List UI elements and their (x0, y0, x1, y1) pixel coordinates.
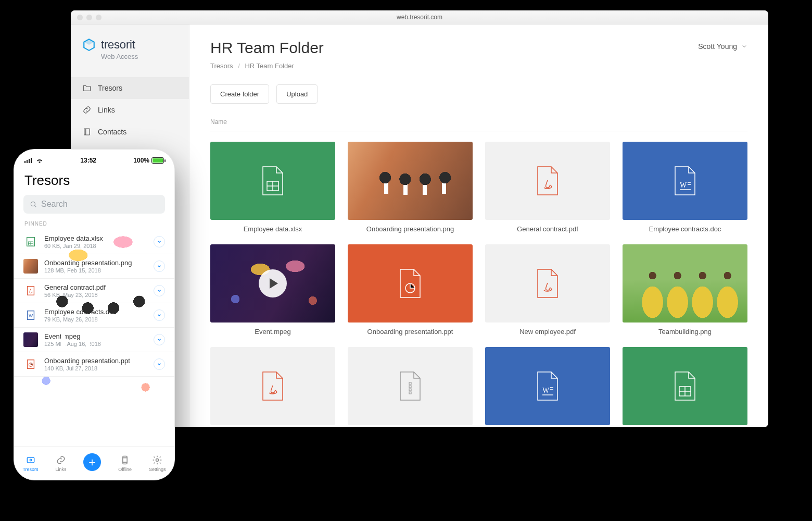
list-item[interactable]: Event.mpeg 125 MB, Aug 16, 2018 (14, 328, 174, 352)
file-tile[interactable]: General contract.pdf (485, 142, 610, 233)
file-thumbnail (210, 142, 335, 220)
file-grid: Employee data.xlsx Onboarding presentati… (210, 142, 747, 427)
file-icon (23, 332, 38, 347)
file-thumbnail (348, 347, 473, 425)
doc-file-icon: W (536, 371, 560, 401)
file-thumbnail (348, 244, 473, 322)
minimize-icon[interactable] (86, 15, 92, 20)
file-tile[interactable]: Onboarding presentation.png (348, 142, 473, 233)
file-thumbnail (623, 244, 747, 322)
brand: tresorit Web Access (71, 24, 189, 77)
zoom-icon[interactable] (96, 15, 102, 20)
upload-button[interactable]: Upload (276, 84, 318, 104)
close-icon[interactable] (77, 15, 83, 20)
doc-file-icon: W (673, 166, 697, 196)
breadcrumb-separator: / (238, 62, 240, 70)
browser-title-bar: web.tresorit.com (71, 10, 768, 24)
sidebar-item-label: Links (98, 106, 115, 114)
chevron-down-icon (741, 43, 747, 49)
svg-rect-0 (84, 129, 90, 135)
phone-mockup: 13:52 100% Tresors Search PINNED Employe… (14, 149, 175, 480)
file-tile[interactable]: W (485, 347, 610, 425)
file-tile[interactable]: Employee data.xlsx (210, 142, 335, 233)
svg-text:W: W (680, 181, 687, 189)
browser-window: web.tresorit.com tresorit Web Access Tre… (71, 10, 768, 427)
file-tile[interactable] (348, 347, 473, 425)
page-title: HR Team Folder (210, 39, 324, 57)
breadcrumb-item[interactable]: Tresors (210, 62, 233, 70)
file-name: Event.mpeg (210, 328, 335, 336)
file-tile[interactable]: W Employee contracts.doc (623, 142, 747, 233)
xlsx-file-icon (261, 166, 285, 196)
xlsx-file-icon (673, 371, 697, 401)
file-name: Teambuilding.png (623, 328, 747, 336)
file-thumbnail (348, 142, 473, 220)
user-name: Scott Young (698, 42, 737, 51)
ppt-file-icon (398, 268, 422, 299)
window-controls[interactable] (77, 15, 102, 20)
sidebar-item-label: Tresors (98, 84, 122, 92)
breadcrumb-item[interactable]: HR Team Folder (245, 62, 294, 70)
file-name: General contract.pdf (485, 225, 610, 233)
file-tile[interactable] (210, 347, 335, 425)
main-content: HR Team Folder Tresors / HR Team Folder … (189, 24, 768, 427)
image-thumbnail-icon (23, 332, 38, 347)
toolbar: Create folder Upload (210, 84, 747, 104)
tresorit-logo-icon (82, 38, 96, 52)
breadcrumb: Tresors / HR Team Folder (210, 62, 324, 70)
create-folder-button[interactable]: Create folder (210, 84, 269, 104)
zip-file-icon (398, 371, 422, 401)
file-thumbnail (210, 244, 335, 322)
sidebar-item-contacts[interactable]: Contacts (71, 121, 189, 143)
file-tile[interactable]: New employee.pdf (485, 244, 610, 336)
file-tile[interactable] (623, 347, 747, 425)
file-name: New employee.pdf (485, 328, 610, 336)
file-thumbnail: W (485, 347, 610, 425)
file-name: Onboarding presentation.ppt (348, 328, 473, 336)
contact-icon (82, 127, 92, 137)
column-header-name: Name (210, 118, 747, 131)
file-thumbnail (210, 347, 335, 425)
user-menu[interactable]: Scott Young (698, 39, 747, 51)
pdf-file-icon (536, 268, 560, 299)
brand-sub: Web Access (101, 53, 177, 60)
file-tile[interactable]: Event.mpeg (210, 244, 335, 336)
file-thumbnail (485, 244, 610, 322)
browser-url: web.tresorit.com (397, 14, 442, 21)
file-name: Employee data.xlsx (210, 225, 335, 233)
folder-icon (82, 83, 92, 93)
file-name: Onboarding presentation.png (348, 225, 473, 233)
file-tile[interactable]: Teambuilding.png (623, 244, 747, 336)
file-list: Employee data.xlsx 60 KB, Jan 29, 2018 O… (14, 230, 174, 446)
file-thumbnail: W (623, 142, 747, 220)
pdf-file-icon (261, 371, 285, 401)
brand-name: tresorit (101, 38, 135, 52)
pdf-file-icon (536, 166, 560, 196)
svg-text:W: W (542, 387, 550, 394)
file-tile[interactable]: Onboarding presentation.ppt (348, 244, 473, 336)
sidebar-item-label: Contacts (98, 128, 126, 136)
file-name: Employee contracts.doc (623, 225, 747, 233)
file-thumbnail (623, 347, 747, 425)
file-thumbnail (485, 142, 610, 220)
link-icon (82, 105, 92, 115)
play-icon (259, 269, 287, 297)
sidebar-item-links[interactable]: Links (71, 99, 189, 121)
sidebar-item-tresors[interactable]: Tresors (71, 77, 189, 99)
